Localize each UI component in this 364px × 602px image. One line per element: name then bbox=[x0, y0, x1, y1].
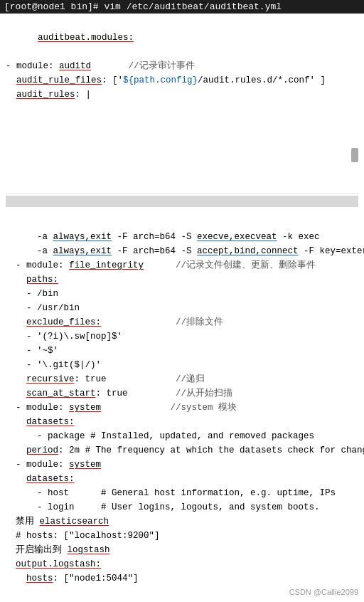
keyword-recursive: recursive bbox=[26, 374, 75, 384]
line-module-system-1: - module: system //system 模块 bbox=[16, 401, 364, 415]
line-4: audit_rules: | bbox=[6, 88, 358, 102]
keyword-exclude-files: exclude_files: bbox=[26, 317, 101, 327]
comment-file-integrity: //记录文件创建、更新、删除事件 bbox=[176, 260, 316, 270]
keyword-paths: paths: bbox=[26, 275, 58, 285]
terminal-command: [root@node1 bin]# vim /etc/auditbeat/aud… bbox=[4, 1, 282, 12]
keyword-always-exit-2: always,exit bbox=[53, 246, 112, 256]
keyword-scan-at-start: scan_at_start bbox=[26, 389, 96, 398]
keyword-file-integrity: file_integrity bbox=[69, 260, 144, 270]
line-tilde-pattern: - '~$' bbox=[16, 344, 364, 358]
line-recursive: recursive: true //递归 bbox=[16, 372, 364, 386]
blank-section bbox=[6, 102, 358, 194]
line-period: period: 2m # The frequency at which the … bbox=[16, 443, 364, 458]
line-host: - host # General host information, e.g. … bbox=[16, 486, 364, 500]
keyword-auditbeat-modules: auditbeat.modules: bbox=[38, 33, 134, 43]
line-3: audit_rule_files: ['${path.config}/audit… bbox=[6, 73, 358, 88]
line-usr-bin: - /usr/bin bbox=[16, 301, 364, 315]
spacer bbox=[6, 208, 358, 230]
keyword-audit-rules: audit_rules bbox=[16, 90, 75, 100]
keyword-datasets-1: datasets: bbox=[26, 417, 75, 427]
line-exclude-files: exclude_files: //排除文件 bbox=[16, 315, 364, 329]
watermark: CSDN @Callie2099 bbox=[289, 588, 358, 596]
line-login: - login # User logins, logouts, and syst… bbox=[16, 500, 364, 514]
keyword-elasticsearch: elasticsearch bbox=[40, 517, 109, 527]
top-bar: [root@node1 bin]# vim /etc/auditbeat/aud… bbox=[0, 0, 364, 14]
line-sw-pattern: - '(?i)\.sw[nop]$' bbox=[16, 329, 364, 344]
comment-1: //记录审计事件 bbox=[129, 61, 195, 71]
comment-system-1: //system 模块 bbox=[171, 403, 237, 413]
path-config: ${path.config} bbox=[123, 75, 198, 85]
line-output-logstash: output.logstash: bbox=[16, 557, 364, 571]
line-disable-es: 禁用 elasticsearch bbox=[16, 514, 364, 529]
keyword-logstash: logstash bbox=[68, 545, 110, 555]
code-block: -a always,exit -F arch=b64 -S execve,exe… bbox=[16, 230, 364, 586]
keyword-system-2: system bbox=[69, 460, 101, 470]
line-datasets-1: datasets: bbox=[16, 415, 364, 429]
keyword-system-1: system bbox=[69, 403, 101, 413]
editor-container: [root@node1 bin]# vim /etc/auditbeat/aud… bbox=[0, 0, 364, 588]
comment-exclude: //排除文件 bbox=[176, 317, 223, 327]
line-execve: -a always,exit -F arch=b64 -S execve,exe… bbox=[16, 230, 364, 244]
keyword-execve: execve,execveat bbox=[197, 232, 277, 242]
line-datasets-2: datasets: bbox=[16, 472, 364, 486]
line-hosts-commented: # hosts: ["localhost:9200"] bbox=[16, 529, 364, 543]
line-module-system-2: - module: system bbox=[16, 458, 364, 472]
content-area[interactable]: auditbeat.modules: - module: auditd //记录… bbox=[0, 14, 364, 588]
keyword-datasets-2: datasets: bbox=[26, 474, 75, 484]
keyword-audit-rule-files: audit_rule_files bbox=[16, 75, 102, 85]
line-accept: -a always,exit -F arch=b64 -S accept,bin… bbox=[16, 244, 364, 258]
comment-scan: //从开始扫描 bbox=[176, 389, 232, 398]
keyword-auditd: auditd bbox=[59, 61, 91, 71]
keyword-accept-bind-connect: accept,bind,connect bbox=[197, 246, 299, 256]
line-bin: - /bin bbox=[16, 287, 364, 301]
divider-bar bbox=[6, 196, 358, 207]
line-package: - package # Installed, updated, and remo… bbox=[16, 429, 364, 443]
line-hosts-node1: hosts: ["node1:5044"] bbox=[16, 571, 364, 586]
line-file-integrity: - module: file_integrity //记录文件创建、更新、删除事… bbox=[16, 258, 364, 273]
keyword-always-exit-1: always,exit bbox=[53, 232, 112, 242]
line-enable-logstash: 开启输出到 logstash bbox=[16, 543, 364, 557]
line-scan-at-start: scan_at_start: true //从开始扫描 bbox=[16, 386, 364, 401]
keyword-output-logstash: output.logstash: bbox=[16, 559, 101, 569]
line-1: auditbeat.modules: bbox=[6, 16, 358, 59]
comment-recursive: //递归 bbox=[176, 374, 205, 384]
line-git-pattern: - '\.git($|/)' bbox=[16, 358, 364, 372]
keyword-period: period bbox=[26, 445, 58, 455]
keyword-hosts: hosts bbox=[26, 574, 53, 583]
line-paths: paths: bbox=[16, 273, 364, 287]
scrollbar-thumb[interactable] bbox=[351, 148, 358, 162]
line-2: - module: auditd //记录审计事件 bbox=[6, 59, 358, 73]
